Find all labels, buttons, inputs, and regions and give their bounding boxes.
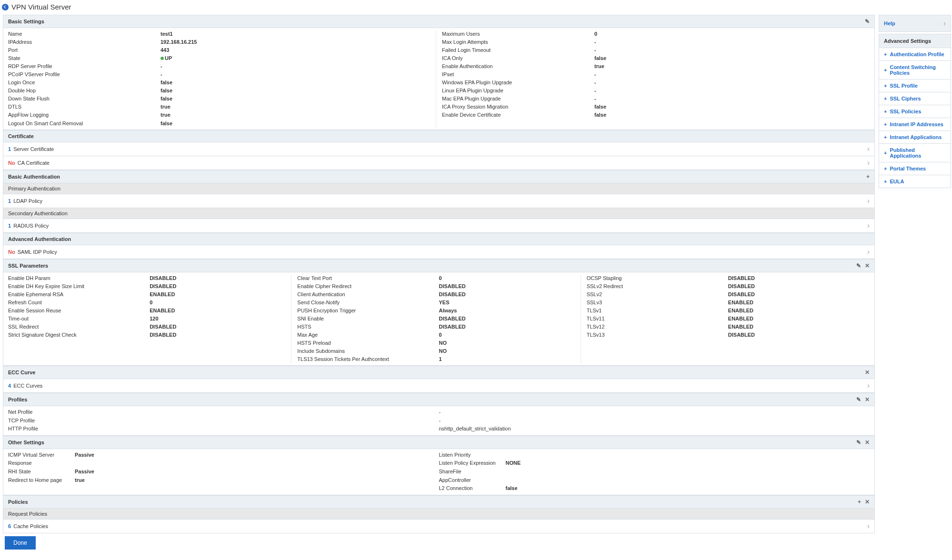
ssl-row: SNI EnableDISABLED — [297, 315, 580, 323]
kv-row: Max Login Attempts- — [442, 38, 870, 46]
kv-row: ICA Proxy Session Migrationfalse — [442, 103, 870, 111]
kv-label: Enable Device Certificate — [442, 111, 594, 119]
ecc-curve-header: ECC Curve — [3, 366, 875, 379]
advanced-setting-label: SSL Policies — [890, 109, 921, 114]
kv-label: State — [8, 54, 160, 62]
kv-row: DTLStrue — [8, 103, 436, 111]
ssl-value: ENABLED — [728, 315, 870, 323]
kv-row: Windows EPA Plugin Upgrade- — [442, 79, 870, 87]
ssl-label: Max Age — [297, 331, 439, 339]
ssl-row: Clear Text Port0 — [297, 274, 580, 282]
edit-icon[interactable] — [856, 262, 861, 269]
ecc-curves-row[interactable]: 4 ECC Curves — [3, 379, 875, 393]
ssl-label: SNI Enable — [297, 315, 439, 323]
saml-idp-row[interactable]: No SAML IDP Policy — [3, 245, 875, 259]
kv-row: Logout On Smart Card Removalfalse — [8, 120, 436, 128]
kv-value: 192.168.16.215 — [160, 38, 197, 46]
kv-row: Nametest1 — [8, 30, 436, 38]
ssl-row: TLSv1ENABLED — [587, 307, 870, 315]
ssl-label: TLS13 Session Tickets Per Authcontext — [297, 355, 439, 363]
other-row: AppController — [439, 476, 870, 485]
other-row: ICMP Virtual Server ResponsePassive — [8, 451, 439, 468]
advanced-setting-item[interactable]: +Authentication Profile — [879, 48, 951, 61]
primary-auth-header: Primary Authentication — [3, 183, 875, 194]
advanced-setting-item[interactable]: +EULA — [879, 175, 951, 188]
kv-row: Port443 — [8, 46, 436, 54]
ssl-label: Time-out — [8, 315, 150, 323]
advanced-setting-item[interactable]: +Published Applications — [879, 144, 951, 162]
ssl-row: Client AuthenticationDISABLED — [297, 290, 580, 299]
kv-row: Down State Flushfalse — [8, 95, 436, 103]
chevron-icon — [943, 19, 946, 28]
kv-value: false — [160, 120, 172, 128]
edit-icon[interactable] — [856, 439, 861, 446]
close-icon[interactable] — [865, 439, 870, 446]
close-icon[interactable] — [865, 396, 870, 403]
ssl-value: DISABLED — [150, 323, 291, 331]
add-icon[interactable] — [858, 499, 861, 505]
server-certificate-row[interactable]: 1 Server Certificate — [3, 142, 875, 156]
close-icon[interactable] — [865, 499, 870, 505]
chevron-icon — [867, 145, 870, 153]
kv-value: false — [594, 111, 606, 119]
other-row: Listen Policy ExpressionNONE — [439, 459, 870, 468]
ssl-value: NO — [439, 347, 581, 355]
ssl-value: DISABLED — [439, 282, 581, 290]
cache-policies-row[interactable]: 6 Cache Policies — [3, 520, 875, 533]
advanced-setting-label: SSL Profile — [890, 83, 917, 89]
ssl-label: TLSv13 — [587, 331, 728, 339]
chevron-icon — [867, 159, 870, 167]
ssl-value: DISABLED — [728, 282, 870, 290]
ssl-value: 0 — [150, 299, 291, 307]
plus-icon: + — [884, 109, 887, 114]
other-label: Redirect to Home page — [8, 476, 75, 485]
kv-row: IPset- — [442, 70, 870, 79]
ssl-value: 120 — [150, 315, 291, 323]
page-title: VPN Virtual Server — [1, 1, 951, 15]
ca-certificate-row[interactable]: No CA Certificate — [3, 156, 875, 170]
kv-label: ICA Proxy Session Migration — [442, 103, 594, 111]
ldap-policy-row[interactable]: 1 LDAP Policy — [3, 194, 875, 208]
kv-value: false — [594, 103, 606, 111]
advanced-setting-item[interactable]: +SSL Ciphers — [879, 92, 951, 105]
label: CA Certificate — [18, 160, 50, 166]
close-icon[interactable] — [865, 262, 870, 269]
kv-row: Enable Device Certificatefalse — [442, 111, 870, 119]
advanced-setting-item[interactable]: +SSL Policies — [879, 105, 951, 118]
advanced-setting-item[interactable]: +SSL Profile — [879, 80, 951, 92]
edit-icon[interactable] — [865, 18, 870, 25]
profile-label: TCP Profile — [8, 417, 160, 425]
ssl-row: Enable Cipher RedirectDISABLED — [297, 282, 580, 290]
add-icon[interactable] — [866, 173, 870, 180]
label: ECC Curves — [13, 383, 42, 389]
label: Server Certificate — [13, 146, 54, 152]
label: SSL Parameters — [8, 263, 48, 269]
advanced-setting-item[interactable]: +Intranet IP Addresses — [879, 118, 951, 131]
plus-icon: + — [884, 179, 887, 184]
plus-icon: + — [884, 134, 887, 140]
certificate-header: Certificate — [3, 130, 875, 142]
done-button[interactable]: Done — [5, 536, 36, 550]
ssl-row: PUSH Encryption TriggerAlways — [297, 307, 580, 315]
back-icon[interactable] — [2, 4, 9, 10]
advanced-setting-item[interactable]: +Portal Themes — [879, 162, 951, 175]
kv-label: Double Hop — [8, 87, 160, 95]
help-panel[interactable]: Help — [879, 15, 951, 32]
kv-row: IPAddress192.168.16.215 — [8, 38, 436, 46]
advanced-settings-header: Advanced Settings — [879, 34, 951, 48]
radius-policy-row[interactable]: 1 RADIUS Policy — [3, 219, 875, 233]
ssl-label: SSL Redirect — [8, 323, 150, 331]
other-label: L2 Connection — [439, 484, 506, 493]
advanced-setting-label: Content Switching Policies — [890, 64, 946, 76]
kv-label: Down State Flush — [8, 95, 160, 103]
count: 1 — [8, 223, 11, 229]
ssl-value: DISABLED — [150, 331, 291, 339]
close-icon[interactable] — [865, 369, 870, 376]
advanced-setting-label: Authentication Profile — [890, 51, 944, 57]
advanced-setting-item[interactable]: +Intranet Applications — [879, 131, 951, 144]
profile-label: HTTP Profile — [8, 425, 160, 433]
other-row: Redirect to Home pagetrue — [8, 476, 439, 485]
ssl-row: HSTS PreloadNO — [297, 339, 580, 347]
edit-icon[interactable] — [856, 396, 861, 403]
advanced-setting-item[interactable]: +Content Switching Policies — [879, 61, 951, 80]
